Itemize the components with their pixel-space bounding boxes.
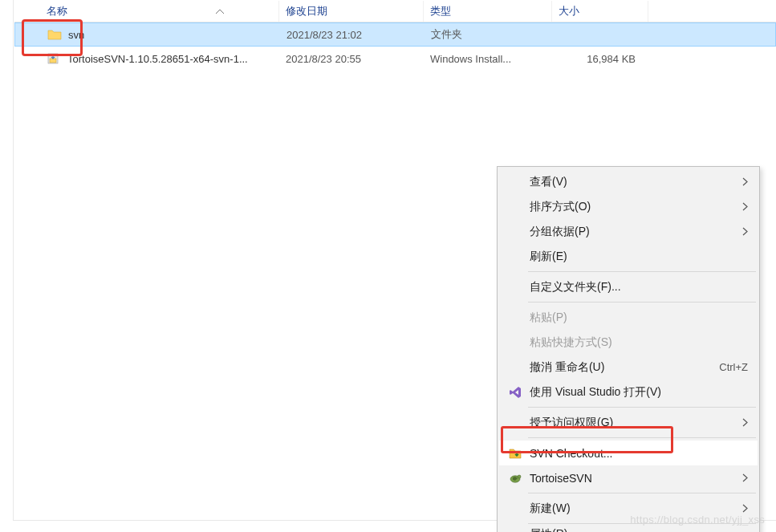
file-type: 文件夹	[431, 28, 462, 40]
chevron-right-icon	[733, 177, 748, 186]
tortoisesvn-icon	[506, 470, 525, 486]
column-header-row: 名称 修改日期 类型 大小	[14, 0, 776, 22]
menu-item-tortoisesvn[interactable]: TortoiseSVN	[499, 465, 758, 490]
svg-point-3	[518, 475, 521, 478]
column-header-name-label: 名称	[47, 4, 67, 18]
menu-item-undo-rename[interactable]: 撤消 重命名(U) Ctrl+Z	[499, 355, 758, 380]
file-row-tortoisesvn-installer[interactable]: TortoiseSVN-1.10.5.28651-x64-svn-1... 20…	[14, 47, 776, 71]
file-date: 2021/8/23 20:55	[286, 53, 361, 65]
folder-icon	[47, 27, 62, 42]
menu-item-sort[interactable]: 排序方式(O)	[499, 194, 758, 219]
menu-item-svn-checkout[interactable]: SVN Checkout...	[499, 441, 758, 465]
menu-separator	[528, 523, 756, 524]
column-header-name[interactable]: 名称	[14, 1, 279, 22]
chevron-right-icon	[733, 418, 748, 427]
file-date: 2021/8/23 21:02	[286, 29, 362, 41]
file-type: Windows Install...	[430, 53, 511, 65]
menu-separator	[528, 302, 756, 303]
chevron-right-icon	[733, 473, 748, 482]
installer-icon	[47, 51, 61, 66]
menu-separator	[528, 493, 756, 493]
menu-item-view[interactable]: 查看(V)	[499, 169, 758, 194]
context-menu: 查看(V) 排序方式(O) 分组依据(P) 刷新(E) 自定义文件夹(F)...…	[497, 166, 760, 532]
menu-item-group[interactable]: 分组依据(P)	[499, 219, 758, 244]
column-header-size[interactable]: 大小	[552, 1, 648, 22]
sort-caret-icon	[216, 5, 224, 17]
file-row-svn-folder[interactable]: svn 2021/8/23 21:02 文件夹	[14, 22, 776, 47]
file-name: svn	[68, 29, 84, 41]
menu-item-properties[interactable]: 属性(R)	[499, 526, 758, 532]
menu-item-grant-access[interactable]: 授予访问权限(G)	[499, 410, 758, 435]
file-list: 名称 修改日期 类型 大小 svn 2021/8/23 21:02 文件夹	[0, 0, 776, 71]
chevron-right-icon	[733, 202, 748, 211]
chevron-right-icon	[733, 504, 748, 513]
menu-shortcut: Ctrl+Z	[719, 361, 748, 373]
menu-item-paste-shortcut: 粘贴快捷方式(S)	[499, 330, 758, 355]
menu-item-new[interactable]: 新建(W)	[499, 496, 758, 521]
menu-item-paste: 粘贴(P)	[499, 305, 758, 330]
visual-studio-icon	[506, 384, 525, 400]
svn-checkout-icon	[506, 445, 525, 461]
column-header-date[interactable]: 修改日期	[279, 1, 424, 22]
menu-separator	[528, 407, 756, 408]
file-name: TortoiseSVN-1.10.5.28651-x64-svn-1...	[67, 53, 248, 65]
menu-separator	[528, 437, 756, 438]
menu-item-customize-folder[interactable]: 自定义文件夹(F)...	[499, 274, 758, 299]
file-size: 16,984 KB	[587, 53, 636, 65]
menu-item-open-vs[interactable]: 使用 Visual Studio 打开(V)	[499, 380, 758, 404]
menu-separator	[528, 271, 756, 272]
chevron-right-icon	[733, 227, 748, 236]
menu-item-refresh[interactable]: 刷新(E)	[499, 244, 758, 269]
column-header-type[interactable]: 类型	[424, 1, 552, 22]
